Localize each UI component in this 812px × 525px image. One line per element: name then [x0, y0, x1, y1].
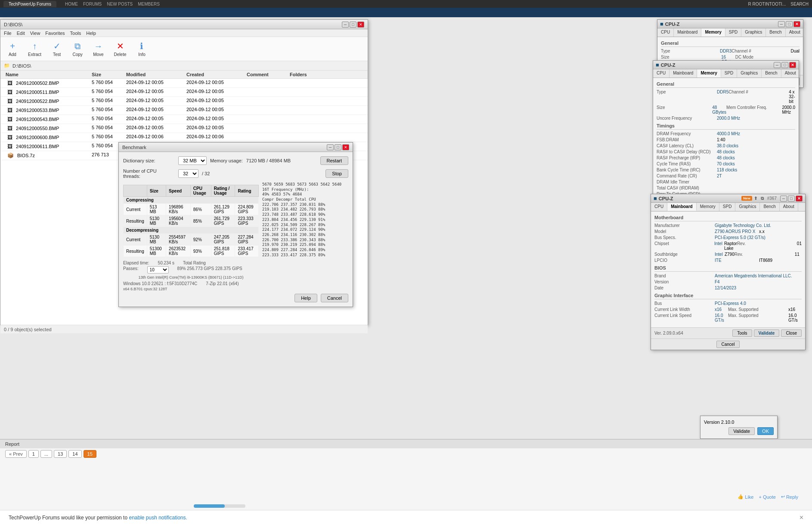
threads-select[interactable]: 32 — [178, 169, 198, 178]
page-btn-15[interactable]: 15 — [84, 450, 96, 458]
col-folders[interactable]: Folders — [288, 71, 331, 78]
tab-graphics-2[interactable]: Graphics — [737, 69, 762, 78]
add-button[interactable]: + Add — [4, 40, 21, 59]
quote-btn-bottom[interactable]: + Quote — [759, 494, 775, 500]
close-button[interactable]: ✕ — [357, 22, 364, 28]
tab-about-2[interactable]: About — [781, 69, 800, 78]
col-name[interactable]: Name — [4, 71, 90, 78]
table-row[interactable]: 🖼240912000543.BMP 5 760 054 2024-09-12 0… — [0, 115, 368, 124]
cpuz1-max[interactable]: □ — [786, 21, 793, 27]
table-row[interactable]: 🖼240912000511.BMP 5 760 054 2024-09-12 0… — [0, 88, 368, 97]
notification-close[interactable]: × — [800, 514, 803, 522]
version-ok-btn[interactable]: OK — [757, 427, 774, 435]
forum-post-header: Report — [0, 440, 812, 448]
passes-row: Passes: 10 89% 256.773 GIPS 228.375 GIPS — [123, 266, 259, 273]
col-modified[interactable]: Modified — [124, 71, 185, 78]
cpuz3-cancel[interactable]: Cancel — [716, 341, 739, 348]
restart-button[interactable]: Restart — [320, 156, 348, 165]
tab-spd-1[interactable]: SPD — [725, 28, 742, 37]
browser-search[interactable]: R ROOTINTOOTI... SEARCH — [748, 2, 809, 6]
tab-about-1[interactable]: About — [786, 28, 804, 37]
col-comment[interactable]: Comment — [245, 71, 288, 78]
cpuz3-min[interactable]: ─ — [780, 196, 787, 202]
menu-tools[interactable]: Tools — [70, 31, 81, 36]
tab-graphics-3[interactable]: Graphics — [735, 203, 760, 211]
search-label[interactable]: SEARCH — [790, 2, 809, 6]
tab-cpu-1[interactable]: CPU — [657, 28, 674, 37]
page-btn-1[interactable]: 1 — [28, 450, 39, 458]
table-row[interactable]: 🖼240912000550.BMP 5 760 054 2024-09-12 0… — [0, 124, 368, 133]
report-btn[interactable]: Report — [5, 441, 19, 447]
delete-button[interactable]: ✕ Delete — [111, 39, 130, 59]
reply-btn-bottom[interactable]: ↩ Reply — [781, 494, 798, 500]
move-button[interactable]: → Move — [90, 40, 107, 59]
page-btn-13[interactable]: 13 — [54, 450, 67, 458]
tab-bench-2[interactable]: Bench — [762, 69, 781, 78]
tab-memory-2[interactable]: Memory — [697, 69, 721, 78]
info-button[interactable]: ℹ Info — [133, 39, 150, 59]
menu-favorites[interactable]: Favorites — [45, 31, 65, 36]
col-created[interactable]: Created — [185, 71, 245, 78]
tab-mainboard-2[interactable]: Mainboard — [669, 69, 697, 78]
copy-icon-3[interactable]: ⧉ — [761, 196, 764, 201]
menu-view[interactable]: View — [30, 31, 40, 36]
like-btn-bottom[interactable]: 👍 Like — [738, 494, 753, 500]
cpuz3-close[interactable]: ✕ — [796, 196, 803, 202]
help-button[interactable]: Help — [294, 294, 317, 302]
tab-cpu-2[interactable]: CPU — [653, 69, 669, 78]
version-dialog-buttons: Validate OK — [704, 427, 774, 435]
tab-spd-3[interactable]: SPD — [719, 203, 736, 211]
bench-min[interactable]: ─ — [327, 144, 334, 150]
cpuz1-close[interactable]: ✕ — [793, 21, 800, 27]
tab-bench-3[interactable]: Bench — [760, 203, 779, 211]
cpuz3-tools[interactable]: Tools — [732, 329, 752, 337]
menu-help[interactable]: Help — [86, 31, 96, 36]
tab-cpu-3[interactable]: CPU — [651, 203, 667, 211]
tab-mainboard-3[interactable]: Mainboard — [667, 203, 697, 211]
cpuz1-min[interactable]: ─ — [778, 21, 785, 27]
menu-file[interactable]: File — [4, 31, 12, 36]
extract-button[interactable]: ↑ Extract — [25, 40, 45, 59]
compress-resulting-row: Resulting 5130 MB 195604 KB/s 85% 261.72… — [124, 215, 259, 227]
nav-members[interactable]: MEMBERS — [138, 2, 160, 6]
version-validate-btn[interactable]: Validate — [728, 427, 755, 435]
maximize-button[interactable]: □ — [350, 22, 356, 28]
table-row[interactable]: 🖼240912000600.BMP 5 760 054 2024-09-12 0… — [0, 133, 368, 142]
bench-close[interactable]: ✕ — [342, 144, 349, 150]
cpuz3-validate[interactable]: Validate — [754, 329, 780, 337]
cpuz2-close[interactable]: ✕ — [789, 62, 796, 68]
tab-mainboard-1[interactable]: Mainboard — [674, 28, 701, 37]
notification-link[interactable]: enable push notifications. — [129, 515, 187, 521]
copy-button[interactable]: ⧉ Copy — [69, 40, 86, 59]
dict-size-select[interactable]: 32 MB — [178, 156, 207, 165]
tab-spd-2[interactable]: SPD — [721, 69, 738, 78]
test-button[interactable]: ✓ Test — [48, 39, 65, 59]
cpuz2-max[interactable]: □ — [781, 62, 788, 68]
bench-max[interactable]: □ — [335, 144, 341, 150]
table-row[interactable]: 🖼240912000533.BMP 5 760 054 2024-09-12 0… — [0, 106, 368, 115]
table-row[interactable]: 🖼240912000522.BMP 5 760 054 2024-09-12 0… — [0, 97, 368, 106]
table-row[interactable]: 🖼240912000502.BMP 5 760 054 2024-09-12 0… — [0, 79, 368, 88]
tab-memory-1[interactable]: Memory — [701, 28, 725, 37]
tab-graphics-1[interactable]: Graphics — [741, 28, 766, 37]
col-size[interactable]: Size — [90, 71, 124, 78]
share-icon[interactable]: ⬆ — [754, 196, 757, 201]
browser-tab[interactable]: TechPowerUp Forums — [3, 1, 56, 7]
nav-forums[interactable]: FORUMS — [83, 2, 102, 6]
cpuz3-max[interactable]: □ — [788, 196, 795, 202]
prev-page-btn[interactable]: « Prev — [5, 450, 27, 458]
tab-memory-3[interactable]: Memory — [697, 203, 719, 211]
minimize-button[interactable]: ─ — [342, 22, 349, 28]
nav-new-posts[interactable]: NEW POSTS — [107, 2, 133, 6]
menu-edit[interactable]: Edit — [17, 31, 25, 36]
cpuz2-titlebar: ■ CPU-Z ─ □ ✕ — [653, 61, 799, 69]
stop-button[interactable]: Stop — [325, 169, 348, 178]
tab-bench-1[interactable]: Bench — [766, 28, 785, 37]
cpuz3-close-footer[interactable]: Close — [781, 329, 802, 337]
cpuz2-min[interactable]: ─ — [774, 62, 781, 68]
bench-cancel-button[interactable]: Cancel — [321, 294, 348, 302]
tab-about-3[interactable]: About — [780, 203, 798, 211]
passes-select[interactable]: 10 — [147, 266, 169, 273]
page-btn-14[interactable]: 14 — [68, 450, 81, 458]
nav-home[interactable]: HOME — [65, 2, 78, 6]
